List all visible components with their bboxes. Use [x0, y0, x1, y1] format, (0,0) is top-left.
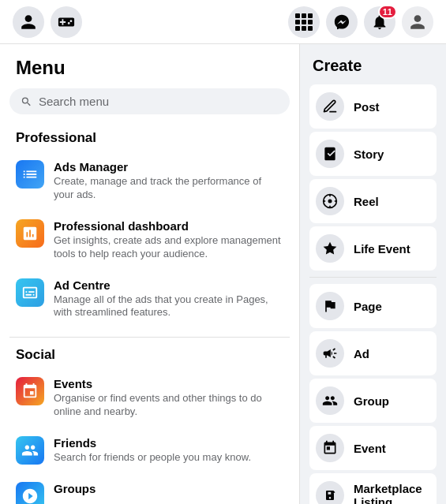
topbar-right: 11: [288, 6, 433, 38]
create-item-post[interactable]: Post: [309, 84, 437, 129]
profile-icon-btn[interactable]: [13, 6, 44, 38]
create-title: Create: [309, 57, 437, 75]
create-item-marketplace[interactable]: Marketplace Listing: [309, 473, 437, 504]
create-item-reel[interactable]: Reel: [309, 179, 437, 223]
ads-manager-icon: [16, 160, 44, 189]
profile-icon: [20, 13, 37, 31]
reel-icon-circle: [316, 187, 344, 215]
group-icon-circle: [316, 386, 344, 415]
topbar: 11: [0, 0, 446, 44]
create-item-ad[interactable]: Ad: [309, 331, 437, 375]
create-item-life-event[interactable]: Life Event: [309, 226, 437, 271]
account-icon-btn[interactable]: [402, 6, 433, 38]
apps-icon-btn[interactable]: [288, 6, 320, 38]
search-input[interactable]: [39, 95, 279, 108]
reel-label: Reel: [354, 195, 379, 208]
event-icon-circle: [316, 434, 344, 462]
friends-title: Friends: [54, 436, 251, 450]
event-label: Event: [354, 442, 386, 455]
friends-text: Friends Search for friends or people you…: [54, 436, 251, 465]
search-icon: [21, 95, 32, 108]
menu-item-groups[interactable]: Groups: [9, 474, 290, 504]
ads-manager-text: Ads Manager Create, manage and track the…: [54, 160, 283, 202]
story-icon-circle: [316, 140, 344, 168]
marketplace-icon-circle: [316, 481, 344, 504]
event-icon: [322, 440, 338, 456]
life-event-label: Life Event: [354, 242, 410, 256]
menu-item-events[interactable]: Events Organise or find events and other…: [9, 369, 290, 427]
post-label: Post: [354, 100, 380, 114]
notification-badge: 11: [378, 5, 397, 19]
ad-create-icon: [322, 345, 338, 361]
professional-section-title: Professional: [9, 130, 290, 146]
events-icon: [16, 377, 44, 405]
ad-centre-icon: [16, 278, 44, 307]
group-label: Group: [354, 394, 389, 408]
gaming-icon-btn[interactable]: [51, 6, 82, 38]
reel-icon: [322, 193, 338, 209]
svg-point-1: [328, 200, 332, 203]
left-panel: Menu Professional Ads Manager Create, ma…: [0, 44, 300, 504]
ad-centre-text: Ad Centre Manage all of the ads that you…: [54, 278, 283, 320]
marketplace-label: Marketplace Listing: [354, 482, 422, 504]
ad-icon-circle: [316, 339, 344, 368]
notification-icon-btn[interactable]: 11: [364, 6, 395, 38]
ads-manager-desc: Create, manage and track the performance…: [54, 175, 283, 202]
ads-manager-title: Ads Manager: [54, 160, 283, 174]
groups-title: Groups: [54, 482, 96, 495]
create-item-page[interactable]: Page: [309, 284, 437, 328]
events-title: Events: [54, 377, 283, 390]
pro-dashboard-text: Professional dashboard Get insights, cre…: [54, 219, 283, 261]
ad-centre-desc: Manage all of the ads that you create in…: [54, 293, 283, 320]
messenger-icon-btn[interactable]: [326, 6, 358, 38]
grid-icon: [295, 13, 313, 31]
menu-item-ad-centre[interactable]: Ad Centre Manage all of the ads that you…: [9, 271, 290, 328]
page-label: Page: [354, 300, 382, 313]
menu-item-friends[interactable]: Friends Search for friends or people you…: [9, 428, 290, 472]
search-box: [9, 88, 290, 114]
social-section-title: Social: [9, 347, 290, 363]
life-event-icon-circle: [316, 234, 344, 263]
marketplace-icon: [322, 487, 338, 503]
events-text: Events Organise or find events and other…: [54, 377, 283, 419]
story-icon: [322, 146, 338, 162]
groups-icon: [16, 482, 44, 504]
section-divider-1: [9, 337, 290, 338]
friends-desc: Search for friends or people you may kno…: [54, 451, 251, 465]
life-event-icon: [322, 241, 338, 256]
pro-dashboard-title: Professional dashboard: [54, 219, 283, 233]
groups-text: Groups: [54, 482, 96, 497]
create-divider-1: [309, 277, 437, 278]
pro-dashboard-desc: Get insights, create ads and explore man…: [54, 234, 283, 261]
messenger-icon: [333, 13, 350, 31]
page-icon: [322, 298, 338, 314]
right-panel: Create Post Story: [300, 44, 446, 504]
create-item-event[interactable]: Event: [309, 426, 437, 470]
post-icon-circle: [316, 92, 344, 121]
ad-centre-title: Ad Centre: [54, 278, 283, 292]
pro-dashboard-icon: [16, 219, 44, 248]
friends-icon: [16, 436, 44, 465]
menu-title: Menu: [9, 57, 290, 79]
menu-item-ads-manager[interactable]: Ads Manager Create, manage and track the…: [9, 152, 290, 210]
topbar-left: [13, 6, 82, 38]
create-item-story[interactable]: Story: [309, 132, 437, 176]
menu-item-pro-dashboard[interactable]: Professional dashboard Get insights, cre…: [9, 211, 290, 269]
account-icon: [409, 13, 426, 31]
story-label: Story: [354, 147, 384, 161]
gaming-icon: [58, 13, 75, 31]
page-icon-circle: [316, 292, 344, 320]
create-item-group[interactable]: Group: [309, 379, 437, 423]
main-layout: Menu Professional Ads Manager Create, ma…: [0, 44, 446, 504]
ad-label: Ad: [354, 347, 369, 360]
group-icon: [322, 393, 338, 409]
post-icon: [322, 99, 338, 114]
events-desc: Organise or find events and other things…: [54, 392, 283, 419]
